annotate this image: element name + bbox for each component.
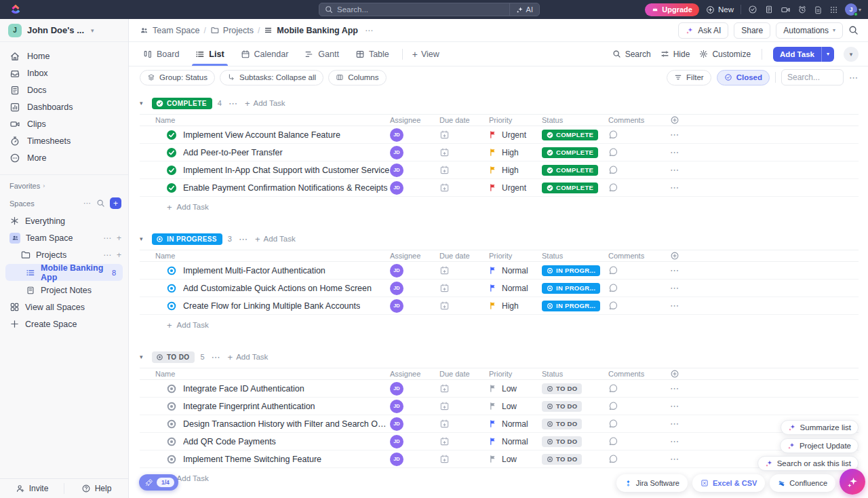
task-name-cell[interactable]: Integrate Face ID Authentication: [140, 383, 390, 394]
status-badge[interactable]: IN PROGR...: [542, 283, 600, 294]
group-collapse-caret[interactable]: ▾: [140, 353, 146, 360]
task-name-cell[interactable]: Implement Theme Switching Feature: [140, 454, 390, 465]
sidebar-item-view-all-spaces[interactable]: View all Spaces: [0, 299, 128, 315]
spaces-search-icon[interactable]: [96, 199, 105, 208]
clickup-logo-icon[interactable]: [9, 3, 22, 16]
task-status-icon[interactable]: [166, 383, 177, 394]
task-name[interactable]: Implement Theme Switching Feature: [183, 455, 321, 464]
column-header-assignee[interactable]: Assignee: [390, 370, 439, 378]
task-status-icon[interactable]: [166, 301, 177, 311]
sidebar-item-more[interactable]: More: [0, 149, 128, 166]
assignee-cell[interactable]: JD: [390, 382, 439, 396]
priority-cell[interactable]: High: [489, 166, 542, 175]
status-badge[interactable]: TO DO: [542, 401, 582, 412]
task-row[interactable]: Design Transaction History with Filter a…: [140, 415, 859, 433]
column-header-comments[interactable]: Comments: [608, 116, 662, 124]
task-row[interactable]: Enable Payment Confirmation Notification…: [140, 179, 859, 197]
due-date-cell[interactable]: [439, 436, 489, 446]
task-row[interactable]: Create Flow for Linking Multiple Bank Ac…: [140, 297, 859, 315]
user-avatar[interactable]: J: [845, 3, 857, 16]
task-status-icon[interactable]: [166, 419, 177, 429]
task-status-icon[interactable]: [166, 147, 177, 158]
tab-table[interactable]: Table: [352, 42, 393, 66]
sidebar-item-dashboards[interactable]: Dashboards: [0, 98, 128, 115]
task-menu-button[interactable]: ⋯: [662, 183, 679, 193]
due-date-cell[interactable]: [439, 301, 489, 311]
task-name[interactable]: Add QR Code Payments: [183, 437, 276, 446]
group-add-task-button[interactable]: +Add Task: [245, 98, 285, 109]
task-name[interactable]: Design Transaction History with Filter a…: [183, 419, 390, 429]
view-search-button[interactable]: Search: [612, 50, 651, 59]
status-badge[interactable]: COMPLETE: [542, 165, 598, 176]
assignee-cell[interactable]: JD: [390, 128, 439, 142]
comments-cell[interactable]: [608, 265, 662, 275]
group-add-task-button[interactable]: +Add Task: [228, 352, 269, 362]
sidebar-item-timesheets[interactable]: Timesheets: [0, 132, 128, 149]
task-name-cell[interactable]: Add QR Code Payments: [140, 436, 390, 447]
task-name-cell[interactable]: Design Transaction History with Filter a…: [140, 419, 390, 429]
assignee-avatar[interactable]: JD: [390, 453, 403, 466]
task-row[interactable]: Integrate Fingerprint Authentication JD …: [140, 398, 859, 415]
team-space-menu-button[interactable]: ⋯: [103, 233, 111, 243]
comments-cell[interactable]: [608, 436, 662, 446]
add-column-button[interactable]: [670, 369, 679, 379]
task-name-cell[interactable]: Enable Payment Confirmation Notification…: [140, 183, 390, 193]
task-name[interactable]: Enable Payment Confirmation Notification…: [183, 183, 388, 193]
task-name[interactable]: Integrate Fingerprint Authentication: [183, 402, 315, 411]
group-collapse-caret[interactable]: ▾: [140, 100, 146, 107]
task-name[interactable]: Add Customizable Quick Actions on Home S…: [183, 284, 372, 293]
priority-cell[interactable]: Normal: [489, 266, 542, 275]
user-menu[interactable]: J ▾: [845, 3, 861, 16]
priority-cell[interactable]: Normal: [489, 437, 542, 446]
sidebar-item-create-space[interactable]: Create Space: [0, 315, 128, 332]
reminders-icon[interactable]: [797, 5, 807, 14]
task-menu-button[interactable]: ⋯: [662, 283, 679, 293]
assignee-avatar[interactable]: JD: [390, 299, 403, 313]
task-row[interactable]: Implement View Account Balance Feature J…: [140, 126, 859, 144]
status-cell[interactable]: IN PROGR...: [542, 265, 608, 276]
task-name-cell[interactable]: Add Customizable Quick Actions on Home S…: [140, 283, 390, 294]
task-menu-button[interactable]: ⋯: [662, 454, 679, 464]
add-column-button[interactable]: [670, 251, 679, 261]
priority-cell[interactable]: High: [489, 148, 542, 157]
tasks-check-icon[interactable]: [748, 5, 757, 14]
task-row[interactable]: Add Customizable Quick Actions on Home S…: [140, 280, 859, 297]
jira-software-button[interactable]: Jira Software: [616, 474, 688, 492]
task-menu-button[interactable]: ⋯: [662, 265, 679, 275]
comments-cell[interactable]: [608, 301, 662, 311]
status-cell[interactable]: COMPLETE: [542, 147, 608, 158]
projects-menu-button[interactable]: ⋯: [103, 250, 111, 260]
due-date-cell[interactable]: [439, 165, 489, 175]
priority-cell[interactable]: Low: [489, 455, 542, 464]
task-name-cell[interactable]: Add Peer-to-Peer Transfer: [140, 147, 390, 158]
comments-cell[interactable]: [608, 183, 662, 193]
task-row[interactable]: Add QR Code Payments JD Normal TO DO ⋯: [140, 433, 859, 451]
add-task-dropdown[interactable]: ▾: [821, 47, 834, 62]
column-header-priority[interactable]: Priority: [489, 370, 542, 378]
column-header-due-date[interactable]: Due date: [439, 370, 489, 378]
comments-cell[interactable]: [608, 147, 662, 157]
assignee-cell[interactable]: JD: [390, 453, 439, 466]
assignee-cell[interactable]: JD: [390, 282, 439, 295]
breadcrumb-projects[interactable]: Projects: [210, 26, 254, 35]
assignee-avatar[interactable]: JD: [390, 128, 403, 142]
tab-list[interactable]: List: [192, 42, 227, 66]
task-status-icon[interactable]: [166, 265, 177, 276]
status-badge[interactable]: TO DO: [542, 436, 582, 447]
subtasks-button[interactable]: Subtasks: Collapse all: [220, 70, 323, 85]
column-header-assignee[interactable]: Assignee: [390, 116, 439, 124]
due-date-cell[interactable]: [439, 283, 489, 293]
due-date-cell[interactable]: [439, 454, 489, 464]
task-name-cell[interactable]: Create Flow for Linking Multiple Bank Ac…: [140, 301, 390, 311]
group-menu-button[interactable]: ⋯: [229, 98, 238, 109]
assignee-cell[interactable]: JD: [390, 417, 439, 431]
priority-cell[interactable]: Urgent: [489, 130, 542, 140]
task-status-icon[interactable]: [166, 183, 177, 193]
comments-cell[interactable]: [608, 165, 662, 175]
toolbar-menu-button[interactable]: ⋯: [849, 73, 859, 83]
status-badge[interactable]: TO DO: [542, 454, 582, 465]
add-column-button[interactable]: [670, 115, 679, 125]
status-cell[interactable]: COMPLETE: [542, 165, 608, 176]
task-name[interactable]: Create Flow for Linking Multiple Bank Ac…: [183, 301, 360, 311]
task-row[interactable]: Integrate Face ID Authentication JD Low …: [140, 380, 859, 398]
